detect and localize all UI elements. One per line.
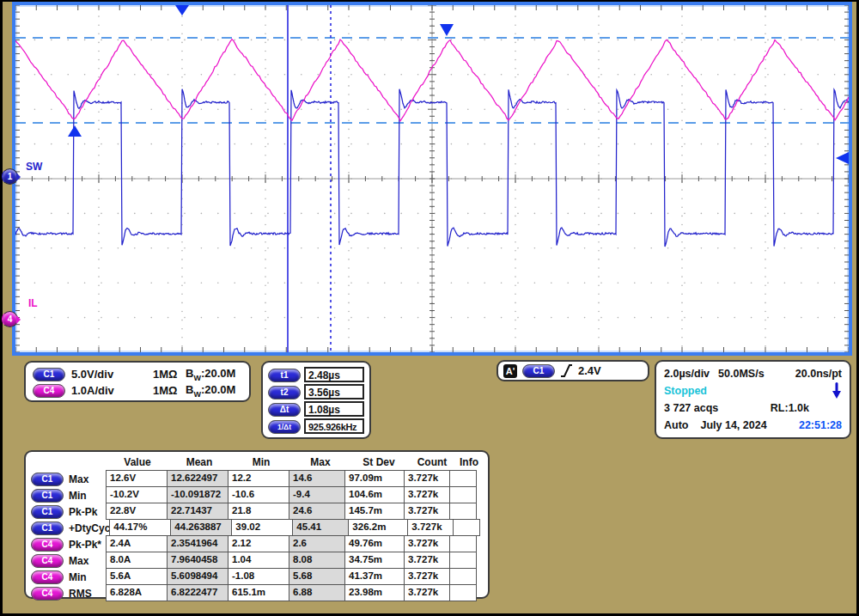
date-label: July 14, 2024	[700, 419, 766, 431]
channel-badge: C1	[31, 489, 64, 503]
trigger-mode: Auto	[664, 419, 688, 431]
ch1-settings-row[interactable]: C1 5.0V/div 1MΩ BW:20.0M	[33, 366, 242, 382]
column-header-max: Max	[292, 456, 349, 468]
measurement-cell	[449, 568, 477, 585]
measurement-cell: 5.6A	[106, 568, 168, 585]
column-header-count: Count	[409, 456, 455, 468]
acquisition-count: 3 727 acqs	[664, 402, 718, 414]
measurement-cell: 44.263887	[170, 519, 232, 536]
measurement-label: +DtyCyc	[69, 522, 110, 534]
trigger-level-arrow[interactable]	[836, 152, 849, 164]
measurement-cell: 2.3541964	[167, 535, 228, 552]
measurement-cell: -1.08	[228, 568, 289, 585]
time-label: 22:51:28	[799, 419, 842, 431]
trigger-settings-box[interactable]: A' C1 2.4V	[497, 360, 649, 381]
measurement-row-c4-min[interactable]: C4Min5.6A5.6098494-1.085.6841.37m3.727k	[31, 569, 483, 585]
dt-badge: Δt	[268, 403, 301, 417]
column-header-info: Info	[455, 456, 483, 468]
measurement-cell: 1.04	[228, 552, 289, 569]
ch4-settings-row[interactable]: C4 1.0A/div 1MΩ BW:20.0M	[33, 382, 242, 399]
trigger-a-badge: A'	[503, 364, 517, 378]
t2-value: 3.56µs	[304, 384, 364, 399]
t2-badge: t2	[268, 386, 301, 399]
ch4-scale: 1.0A/div	[71, 384, 153, 397]
measurement-cell: 6.8222477	[167, 584, 228, 601]
channel-badge: C4	[31, 554, 64, 568]
scope-graticule: SWIL	[15, 5, 849, 352]
measurement-cell: 3.727k	[404, 568, 450, 585]
measurement-cell: 8.08	[289, 552, 345, 569]
status-row: Stopped	[664, 383, 842, 399]
column-header-value: Value	[107, 456, 168, 468]
channel-settings-box: C1 5.0V/div 1MΩ BW:20.0M C4 1.0A/div 1MΩ…	[24, 361, 251, 402]
measurement-row-c1-min[interactable]: C1Min-10.2V-10.091872-10.6-9.4104.6m3.72…	[31, 487, 483, 503]
measurement-cell: 12.2	[228, 470, 289, 487]
measurement-cell: -10.091872	[167, 486, 228, 503]
measurement-label: Max	[69, 555, 88, 567]
measurement-row-c1-max[interactable]: C1Max12.6V12.62249712.214.697.09m3.727k	[31, 471, 483, 487]
inv-dt-value: 925.926kHz	[304, 418, 364, 434]
trigger-source-badge: C1	[522, 364, 555, 378]
acqs-row: 3 727 acqs RL:1.0k	[664, 400, 842, 416]
grid-dots	[18, 8, 835, 346]
measurement-cell	[449, 535, 477, 552]
measurement-label: RMS	[69, 588, 92, 600]
measurement-cell: 22.8V	[106, 503, 168, 520]
measurement-cell: 22.71437	[167, 503, 228, 520]
measurement-cell: -9.4	[289, 486, 345, 503]
ch1-badge[interactable]: C1	[33, 368, 65, 381]
measurement-label: Min	[69, 490, 87, 502]
measurement-row-c4-rms[interactable]: C4RMS6.828A6.8222477615.1m6.8823.98m3.72…	[31, 585, 483, 601]
measurement-cell: 44.17%	[109, 519, 171, 536]
trigger-position-marker[interactable]	[175, 5, 189, 15]
measurement-table: ValueMeanMinMaxSt DevCountInfo C1Max12.6…	[24, 450, 490, 599]
measurement-cell	[449, 503, 477, 520]
cursor-freq-row: 1/Δt 925.926kHz	[268, 418, 364, 436]
measurement-header-row: ValueMeanMinMaxSt DevCountInfo	[31, 454, 483, 471]
channel-badge: C1	[31, 521, 64, 535]
measurement-row-c1-pkpk[interactable]: C1Pk-Pk22.8V22.7143721.824.6145.7m3.727k	[31, 503, 483, 520]
measurement-cell: 34.75m	[344, 552, 405, 569]
measurement-label: Max	[69, 473, 88, 485]
sample-resolution: 20.0ns/pt	[795, 368, 842, 380]
rising-edge-icon	[560, 363, 573, 378]
channel-badge: C4	[31, 538, 64, 552]
ch4-badge[interactable]: C4	[33, 384, 65, 398]
measurement-cell: 3.727k	[404, 584, 450, 601]
measurement-cell	[453, 519, 480, 536]
measurement-cell: 3.727k	[404, 470, 450, 487]
measurement-cell: -10.2V	[106, 486, 168, 503]
measurement-cell: 12.6V	[106, 470, 168, 487]
measurement-cell: 12.622497	[167, 470, 228, 487]
t1-value: 2.48µs	[304, 367, 364, 382]
ch4-impedance: 1MΩ	[153, 384, 186, 397]
trigger-level: 2.4V	[578, 364, 601, 377]
inv-dt-badge: 1/Δt	[268, 420, 301, 434]
measurement-cell: 21.8	[228, 503, 289, 520]
ch1-scale: 5.0V/div	[71, 368, 153, 381]
ch4-bandwidth: BW:20.0M	[186, 383, 235, 399]
measurement-row-c4-pkpk[interactable]: C4Pk-Pk*2.4A2.35419642.122.649.76m3.727k	[31, 536, 483, 552]
ch1-impedance: 1MΩ	[153, 368, 186, 381]
measurement-row-c1-+dtycyc[interactable]: C1+DtyCyc44.17%44.26388739.0245.41326.2m…	[31, 520, 483, 536]
measurement-cell: 6.88	[289, 584, 345, 601]
timebase-row: 2.0µs/div 50.0MS/s 20.0ns/pt	[664, 366, 842, 381]
ch1-ground-marker[interactable]: 1	[2, 168, 18, 185]
column-header-st-dev: St Dev	[349, 456, 409, 468]
cursor-marker-up[interactable]	[68, 125, 82, 137]
measurement-cell: 14.6	[289, 470, 345, 487]
measurement-cell: 5.68	[289, 568, 345, 585]
cursor-dt-row: Δt 1.08µs	[268, 401, 364, 418]
measurement-cell: 5.6098494	[167, 568, 228, 585]
ch1-bandwidth: BW:20.0M	[186, 367, 235, 382]
cursor-marker-down[interactable]	[440, 24, 454, 36]
t1-badge: t1	[268, 369, 301, 382]
sample-rate: 50.0MS/s	[718, 368, 765, 380]
cursor-t1-row: t1 2.48µs	[268, 367, 364, 384]
waveform-display[interactable]: SWIL	[12, 2, 852, 356]
measurement-cell: 39.02	[231, 519, 293, 536]
measurement-cell	[449, 486, 477, 503]
measurement-cell: 2.6	[289, 535, 345, 552]
ch4-ground-marker[interactable]: 4	[2, 311, 18, 327]
measurement-row-c4-max[interactable]: C4Max8.0A7.96404581.048.0834.75m3.727k	[31, 552, 483, 569]
